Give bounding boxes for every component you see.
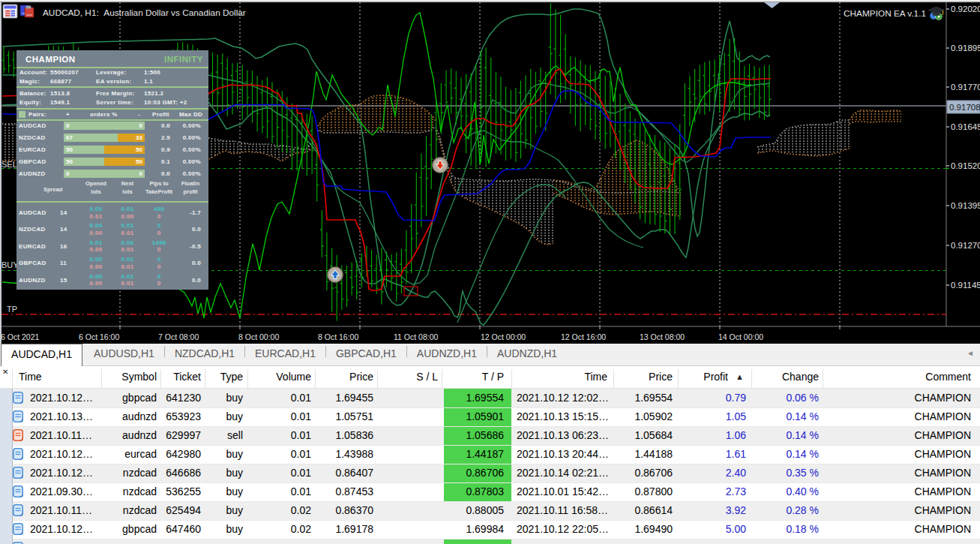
svg-text:AUDCAD, H1: Australian Dollar: AUDCAD, H1: Australian Dollar vs Canadia…	[43, 8, 246, 18]
svg-text:0.91708: 0.91708	[949, 103, 980, 112]
svg-text:13 Oct 08:00: 13 Oct 08:00	[640, 332, 685, 341]
svg-text:6 Oct 16:00: 6 Oct 16:00	[79, 332, 119, 341]
svg-text:0.91895: 0.91895	[951, 44, 980, 53]
svg-text:0.92020: 0.92020	[951, 5, 980, 14]
svg-text:12 Oct 16:00: 12 Oct 16:00	[561, 332, 606, 341]
svg-text:TP: TP	[7, 305, 17, 314]
svg-text:CHAMPION EA v.1.1: CHAMPION EA v.1.1	[844, 8, 926, 19]
svg-text:0.91520: 0.91520	[951, 161, 980, 170]
svg-text:12 Oct 00:00: 12 Oct 00:00	[481, 332, 526, 341]
svg-text:8 Oct 00:00: 8 Oct 00:00	[238, 332, 279, 341]
svg-text:6 Oct 2021: 6 Oct 2021	[1, 332, 40, 341]
svg-text:7 Oct 08:00: 7 Oct 08:00	[158, 332, 199, 341]
svg-text:14 Oct 00:00: 14 Oct 00:00	[718, 332, 763, 341]
svg-text:0.91145: 0.91145	[951, 281, 980, 290]
svg-text:0.91770: 0.91770	[951, 83, 980, 92]
svg-text:0.91270: 0.91270	[951, 241, 980, 250]
svg-text:8 Oct 16:00: 8 Oct 16:00	[318, 332, 358, 341]
svg-text:0.91645: 0.91645	[951, 122, 980, 131]
svg-text:0.91395: 0.91395	[951, 201, 980, 210]
svg-text:11 Oct 08:00: 11 Oct 08:00	[394, 332, 439, 341]
